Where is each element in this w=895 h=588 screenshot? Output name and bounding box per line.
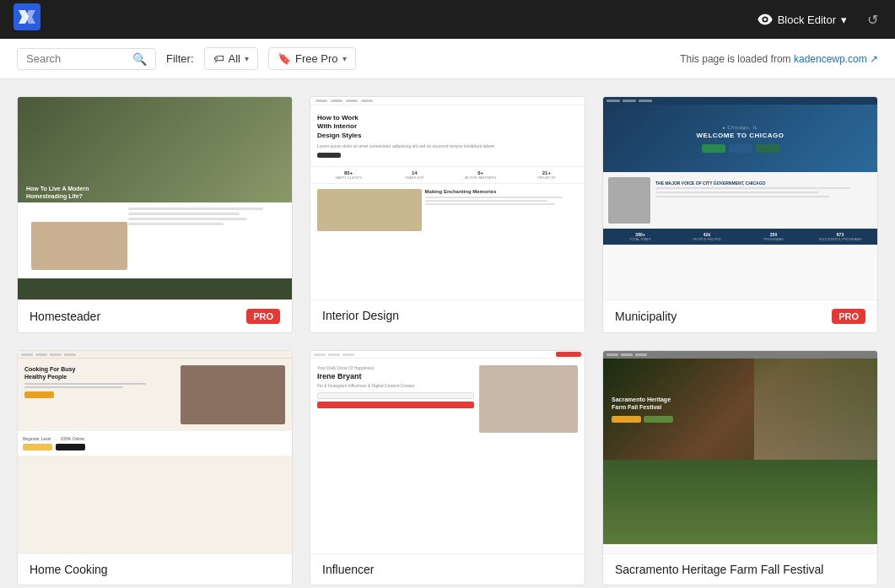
btn1 [23,444,52,450]
cta-buttons [702,144,779,153]
all-filter-button[interactable]: 🏷 All ▾ [204,47,258,70]
hero-section: ● Chicago, IL WELCOME TO CHICAGO [603,105,877,172]
template-footer-municipality: Municipality PRO [603,299,877,332]
nav-dot [607,100,620,102]
template-card-festival[interactable]: Sacramento HeritageFarm Fall Festival Sa… [602,350,878,585]
bottom-section: Making Enchanting Memories [310,184,585,236]
badge [24,391,54,398]
nav-dot [621,353,633,356]
template-thumb-festival: Sacramento HeritageFarm Fall Festival [603,351,877,553]
nav-dot [314,353,326,356]
stats-section: 380+TOTAL STAFF 42kPEOPLE HELPED 250PROG… [603,229,877,245]
template-name: Municipality [615,310,677,323]
top-bar-right: Block Editor ▾ ↺ [751,8,882,31]
block-editor-label: Block Editor [778,13,836,26]
nav-dot [331,100,342,102]
bottom-section: Beginner Level 100% Online [18,431,292,456]
bookmark-icon: 🔖 [278,52,291,65]
email-input [317,392,474,399]
subscribe-btn [317,402,474,408]
bottom-text: Making Enchanting Memories [425,189,578,231]
template-card-municipality[interactable]: ● Chicago, IL WELCOME TO CHICAGO THE MAJ… [602,96,878,333]
pro-badge: PRO [246,309,280,324]
nav-bar [310,97,585,105]
free-pro-filter-button[interactable]: 🔖 Free Pro ▾ [268,47,356,70]
visitors-btn [756,144,779,153]
nav-bar [603,97,877,105]
search-icon: 🔍 [132,52,147,66]
cta-buttons [612,416,869,423]
filter-bar: 🔍 Filter: 🏷 All ▾ 🔖 Free Pro ▾ This page… [0,39,895,79]
body-section [18,202,292,299]
nav-dot [64,353,76,356]
refresh-icon: ↺ [867,13,878,27]
template-thumb-homesteader: How To Live A ModernHomesteading Life? [18,97,292,299]
hero-text: Lorem ipsum dolor sit amet consectetur a… [317,143,578,149]
nav-dot [623,100,636,102]
hero-text: Cooking For BusyHealthy People [24,365,175,424]
hero-text: Your Daily Dose Of Happiness Irene Bryan… [317,365,474,433]
page-info-link[interactable]: kadencewp.com ↗ [794,53,878,65]
portrait-image [479,365,578,433]
btn2 [644,416,673,423]
hero-image [181,365,285,424]
block-editor-chevron: ▾ [841,13,847,26]
template-footer-festival: Sacramento Heritage Farm Fall Festival [603,553,877,585]
template-name: Interior Design [322,309,399,322]
free-pro-label: Free Pro [295,52,338,65]
nav-dot [328,353,340,356]
template-footer-influencer: Influencer [310,553,585,585]
tag-icon: 🏷 [213,52,224,65]
body-text [128,208,287,225]
filter-label: Filter: [166,52,194,65]
nav-dot [635,353,647,356]
nav-dot [315,100,327,102]
template-footer-cooking: Home Cooking [18,553,292,585]
nav-dot [50,353,62,356]
btn2 [56,444,85,450]
hero-title: How to WorkWith InteriorDesign Styles [317,114,578,140]
nav-dot [21,353,33,356]
hero-text: How To Live A ModernHomesteading Life? [26,185,89,200]
block-editor-button[interactable]: Block Editor ▾ [751,8,854,30]
hero-section: How to WorkWith InteriorDesign Styles Lo… [310,105,585,166]
all-label: All [229,52,240,65]
top-bar-left [13,3,40,35]
nav-bar [18,351,292,359]
profile-text: THE MAJOR VOICE OF CITY GOVERNMENT, CHIC… [655,177,872,224]
subscribe-badge [556,352,581,357]
template-card-influencer[interactable]: Your Daily Dose Of Happiness Irene Bryan… [310,350,585,585]
business-btn [729,144,752,153]
nav-dot [639,100,652,102]
search-box[interactable]: 🔍 [17,48,156,70]
search-input[interactable] [26,52,127,65]
nav-dot [361,100,373,102]
template-grid: How To Live A ModernHomesteading Life? H… [0,79,895,588]
nav-bar [603,351,877,359]
template-thumb-cooking: Cooking For BusyHealthy People Beginner … [18,351,292,553]
template-name: Sacramento Heritage Farm Fall Festival [615,563,823,576]
cta-buttons [23,444,287,450]
nav-dot [35,353,47,356]
nav-dot [607,353,618,356]
pro-badge: PRO [832,309,865,324]
template-thumb-interior: How to WorkWith InteriorDesign Styles Lo… [310,97,585,299]
template-card-home-cooking[interactable]: Cooking For BusyHealthy People Beginner … [17,350,293,585]
page-info-prefix: This page is loaded from [680,53,794,65]
template-name: Influencer [322,563,374,576]
stats-section: 80+HAPPY CLIENTS 14YEARS EXP. 6+ACTIVE P… [310,166,585,184]
hero-section: Your Daily Dose Of Happiness Irene Bryan… [310,359,585,440]
template-name: Homesteader [30,310,100,323]
nav-dot [342,353,354,356]
hero-section: How To Live A ModernHomesteading Life? [18,97,292,208]
refresh-button[interactable]: ↺ [864,8,882,31]
template-footer-interior: Interior Design [310,299,585,331]
template-card-homesteader[interactable]: How To Live A ModernHomesteading Life? H… [17,96,293,333]
template-name: Home Cooking [30,563,108,576]
hero-section: Cooking For BusyHealthy People [18,359,292,431]
profile-section: THE MAJOR VOICE OF CITY GOVERNMENT, CHIC… [603,172,877,229]
body-image [31,222,127,271]
logo-icon [13,3,40,35]
template-card-interior-design[interactable]: How to WorkWith InteriorDesign Styles Lo… [310,96,585,333]
residents-btn [702,144,725,153]
